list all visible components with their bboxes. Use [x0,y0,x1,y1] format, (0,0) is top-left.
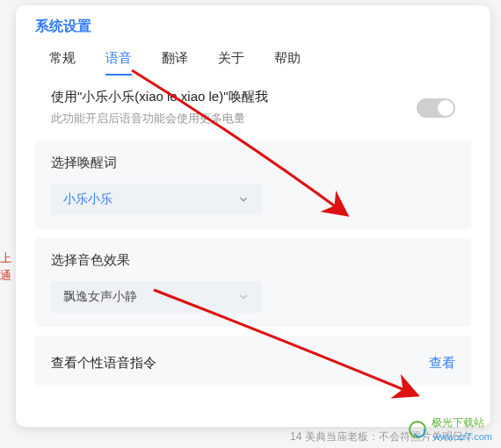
panel-title: 系统设置 [35,18,471,36]
wake-toggle[interactable] [417,98,455,118]
tab-help[interactable]: 帮助 [274,45,301,76]
tab-translate[interactable]: 翻译 [162,45,188,76]
side-text: 上 通 [0,249,14,284]
commands-section: 查看个性语音指令 查看 [35,336,471,386]
wakeword-value: 小乐小乐 [63,191,113,207]
voice-select[interactable]: 飘逸女声小静 [51,281,262,313]
watermark-brand: 极光下载站 [432,416,484,429]
wake-section: 使用"小乐小乐(xiao le xiao le)"唤醒我 此功能开启后语音功能会… [35,83,471,132]
watermark-url: www.xz7.com [433,431,492,442]
settings-panel: 系统设置 常规 语音 翻译 关于 帮助 使用"小乐小乐(xiao le xiao… [16,5,490,427]
watermark-icon [409,421,426,438]
chevron-down-icon [237,193,250,206]
tabs: 常规 语音 翻译 关于 帮助 [35,45,471,76]
tab-voice[interactable]: 语音 [105,45,132,76]
commands-title: 查看个性语音指令 [51,355,156,372]
wakeword-select[interactable]: 小乐小乐 [51,184,262,215]
watermark: 极光下载站 www.xz7.com [409,415,492,443]
wake-label: 使用"小乐小乐(xiao le xiao le)"唤醒我 [51,89,268,105]
wakeword-title: 选择唤醒词 [51,155,455,171]
wake-sub: 此功能开启后语音功能会使用更多电量 [51,111,268,126]
wakeword-section: 选择唤醒词 小乐小乐 [35,141,471,229]
view-link[interactable]: 查看 [429,355,455,372]
voice-value: 飘逸女声小静 [63,289,137,305]
chevron-down-icon [237,291,250,303]
voice-section: 选择音色效果 飘逸女声小静 [35,238,471,327]
tab-general[interactable]: 常规 [49,45,76,76]
tab-about[interactable]: 关于 [218,45,244,76]
voice-title: 选择音色效果 [51,252,455,269]
